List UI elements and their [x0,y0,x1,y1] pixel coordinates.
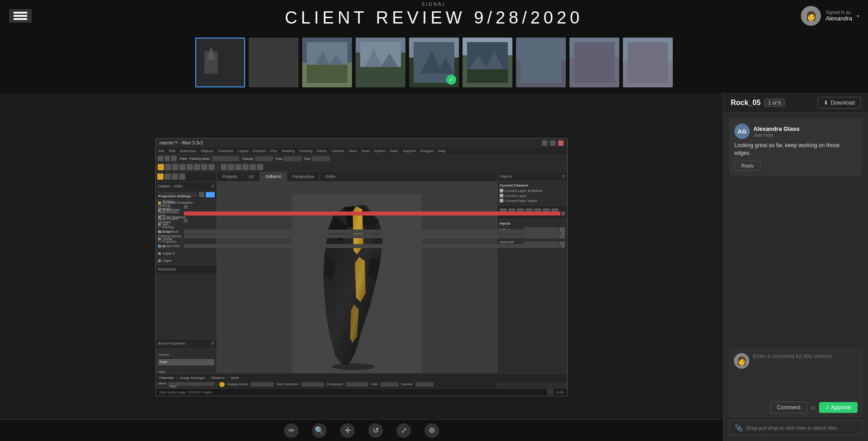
reply-button[interactable]: Reply [734,161,761,171]
additional-tool-2[interactable] [228,164,234,170]
component-select[interactable] [346,382,368,387]
flow-input[interactable] [284,156,302,161]
gamma-label: Gamma [401,383,413,386]
comment-submit-button[interactable]: Comment [770,402,807,413]
additional-tool-3[interactable] [235,164,241,170]
svg-rect-5 [307,65,347,83]
thumbnail-8[interactable] [569,38,619,87]
opacity-input[interactable] [255,156,273,161]
layer-color[interactable] [157,173,164,180]
settings-tool-btn[interactable]: ⚙ [424,423,439,438]
thumbnail-6[interactable] [463,38,512,87]
additional-tool-4[interactable] [242,164,249,170]
view-transform-select[interactable] [301,382,324,387]
menu-painting[interactable]: Painting [299,149,313,153]
minimize-btn[interactable] [542,140,547,146]
menu-pbs[interactable]: Pbs [270,149,277,153]
menu-python[interactable]: Python [374,149,386,153]
expand-tool-btn[interactable]: ⤢ [396,423,411,438]
additional-tool-5[interactable] [250,164,256,170]
viewer-area: marmo™ - Mari 3.3v1 File Edit Selections… [0,93,723,441]
thumbnail-5[interactable]: ✓ [409,38,459,87]
menu-view[interactable]: View [349,149,357,153]
svg-rect-3 [253,42,294,83]
layer-tool-2[interactable] [172,173,178,180]
maximize-btn[interactable] [550,140,555,146]
thumbnail-2[interactable] [249,38,299,87]
search-tool-btn[interactable]: 🔍 [312,423,327,438]
bottom-tabs: Channels Image Manager Shaders Shelf [497,373,567,382]
menu-shading[interactable]: Shading [281,149,294,153]
user-info: Signed In as Alexandra [825,10,852,22]
additional-tool-1[interactable] [221,164,227,170]
menu-nuke[interactable]: Nuke [390,149,399,153]
menu-patches[interactable]: Patches [253,149,266,153]
avatar: 👩 [801,6,821,26]
crosshair-icon: ✛ [345,426,351,435]
menu-edit[interactable]: Edit [169,149,175,153]
gamma-input[interactable] [415,382,434,387]
crosshair-tool-btn[interactable]: ✛ [340,423,355,438]
name-label: Name [158,382,167,385]
gain-input[interactable] [381,382,399,387]
clone-tool[interactable] [179,164,186,170]
additional-tool-6[interactable] [257,164,263,170]
properties-options[interactable]: ⚙ [562,174,565,178]
select-tool[interactable] [201,164,207,170]
time-label: 13:00 [555,391,564,394]
layers-options[interactable]: ⚙ [211,184,214,188]
tool-save[interactable] [171,156,177,161]
menu-filters[interactable]: Filters [317,149,327,153]
flatten-tool[interactable] [194,164,200,170]
comment-meta: Alexandra Glass Just now [753,125,800,138]
size-input[interactable] [312,156,330,161]
menu-objects[interactable]: Objects [201,149,213,153]
refresh-tool-btn[interactable]: ↺ [368,423,383,438]
menu-shotgun[interactable]: Shotgun [420,149,434,153]
menu-selections[interactable]: Selections [180,149,197,153]
tab-uv[interactable]: UV [243,172,260,181]
attach-icon: 📎 [735,424,743,431]
or-label: or [811,405,815,410]
painting-mode-label: Painting Mode [189,157,210,160]
close-btn[interactable] [558,140,564,146]
tool-new[interactable] [158,156,163,161]
pencil-tool-btn[interactable]: ✏ [284,423,299,438]
properties-title: Objects [500,174,512,178]
tab-ortho[interactable]: Ortho [320,172,342,181]
thumbnail-3[interactable] [302,38,352,87]
menu-file[interactable]: File [159,149,164,153]
layer-tool-1[interactable] [164,173,171,180]
display-device-select[interactable] [251,382,274,387]
download-button[interactable]: ⬇ Download [818,97,861,109]
user-menu-chevron[interactable]: ▾ [857,14,859,19]
tool-open[interactable] [164,156,170,161]
menu-help[interactable]: Help [438,149,445,153]
attach-files-area[interactable]: 📎 Drag and drop or click here to attach … [729,420,863,436]
menu-channels[interactable]: Channels [218,149,233,153]
user-section[interactable]: 👩 Signed In as Alexandra ▾ [801,6,859,26]
thumbnail-7[interactable] [516,38,566,87]
thumbnail-9[interactable] [623,38,673,87]
eraser-tool[interactable] [172,164,178,170]
thumbnail-4[interactable] [356,38,405,87]
brush-tool[interactable] [165,164,171,170]
transform-tool[interactable] [208,164,215,170]
tab-perspective[interactable]: Perspective [287,172,320,181]
approve-button[interactable]: ✓ Approve [819,402,858,413]
menu-support[interactable]: Support [403,149,415,153]
painting-mode-dropdown[interactable] [212,156,239,161]
tab-projects[interactable]: Projects [217,172,243,181]
status-icon-1[interactable] [547,389,554,395]
menu-camera[interactable]: Camera [331,149,344,153]
pencil-icon: ✏ [289,426,294,435]
menu-layers[interactable]: Layers [238,149,249,153]
smear-tool[interactable] [187,164,193,170]
tab-orthouv[interactable]: OrthoUV [260,172,287,181]
thumbnail-1[interactable] [195,38,245,87]
color-swatch[interactable] [158,164,164,170]
layer-tool-3[interactable] [179,173,185,180]
comment-textarea[interactable] [753,353,858,394]
opacity-label: Opacity: [242,157,254,160]
menu-tools[interactable]: Tools [361,149,370,153]
